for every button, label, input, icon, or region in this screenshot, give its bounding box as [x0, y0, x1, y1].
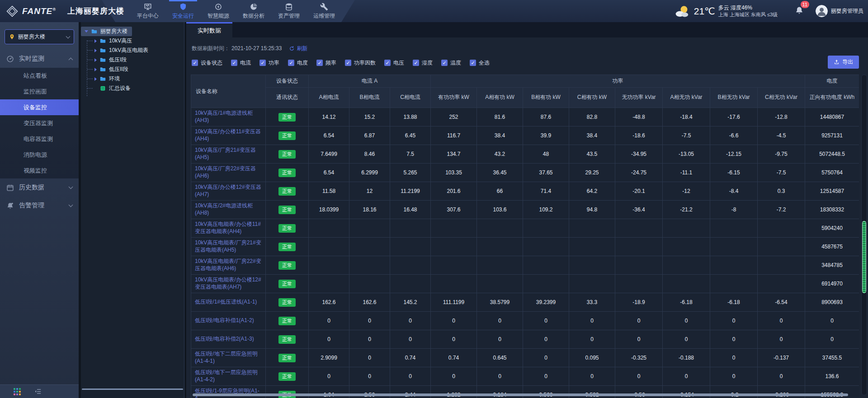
chevron-icon	[69, 185, 73, 189]
tab-realtime-data[interactable]: 实时数据	[186, 22, 232, 37]
checkbox-checked-icon[interactable]: ✓	[231, 60, 237, 66]
apps-grid-icon[interactable]	[14, 388, 21, 395]
tree-expand-arrow[interactable]	[94, 39, 97, 43]
sidebar-item[interactable]: 视频监控	[0, 163, 79, 178]
checkbox-checked-icon[interactable]: ✓	[259, 60, 266, 66]
filter-checkbox[interactable]: ✓ 电流	[231, 59, 251, 67]
vertical-scrollbar-thumb[interactable]	[862, 221, 866, 293]
device-link[interactable]: 低压I段/1-9层应急照明(A1-4-	[195, 388, 259, 398]
checkbox-checked-icon[interactable]: ✓	[384, 60, 391, 66]
device-link[interactable]: 10kV高压/厂房21#变压器(AH5)	[195, 147, 256, 160]
tree-item-label: 汇总设备	[109, 84, 131, 92]
collapse-menu-icon[interactable]	[34, 388, 42, 395]
tree-expand-arrow[interactable]	[94, 58, 97, 62]
sidebar-group: 实时监测 站点看板 监控画面 设备监控	[0, 50, 79, 178]
device-link[interactable]: 10kV高压/厂房22#变压器(AH6)	[195, 165, 256, 179]
value-cell: 7.6499	[309, 145, 349, 164]
checkbox-checked-icon[interactable]: ✓	[345, 60, 351, 66]
device-link[interactable]: 10kV高压电能表/办公楼11#变压器电能表(AH4)	[195, 221, 261, 234]
tree-item[interactable]: 低压II段	[81, 65, 133, 74]
filter-checkbox[interactable]: ✓ 功率	[259, 59, 279, 67]
filter-checkbox[interactable]: ✓ 设备状态	[192, 59, 222, 67]
value-cell: 13.88	[390, 108, 431, 126]
checkbox-checked-icon[interactable]: ✓	[316, 60, 323, 66]
tree-item[interactable]: 丽婴房大楼	[81, 27, 132, 36]
filter-checkbox[interactable]: ✓ 电度	[288, 59, 308, 67]
folder-icon	[99, 38, 106, 44]
notifications-button[interactable]: 11	[795, 5, 804, 17]
tree-scrollbar[interactable]	[82, 389, 183, 390]
chevron-down-icon	[66, 34, 71, 38]
device-link[interactable]: 10kV高压/办公楼11#变压器(AH4)	[195, 128, 261, 142]
device-link[interactable]: 10kV高压电能表/厂房22#变压器电能表(AH6)	[195, 258, 261, 272]
device-link[interactable]: 10kV高压/办公楼12#变压器(AH7)	[195, 184, 261, 197]
sidebar-item-label: 消防电源	[24, 151, 47, 159]
device-link[interactable]: 10kV高压电能表/厂房21#变压器电能表(AH5)	[195, 239, 261, 253]
filter-checkbox[interactable]: ✓ 全选	[470, 59, 490, 67]
site-selector-dropdown[interactable]: 丽婴房大楼	[5, 29, 74, 44]
top-nav-item[interactable]: 数据分析	[241, 0, 266, 22]
column-header: A相电流	[309, 88, 349, 108]
table-row: 低压I段/地下二层应急照明(A1-4-1) 正常 2.9099 0 0.74 0…	[191, 349, 859, 367]
tree-item[interactable]: 10kV高压电能表	[81, 46, 153, 55]
value-cell	[309, 219, 349, 238]
filter-checkbox[interactable]: ✓ 温度	[441, 59, 461, 67]
sidebar-group-header[interactable]: 告警管理	[0, 197, 79, 215]
value-cell: 0	[523, 349, 569, 367]
top-nav-item[interactable]: 运维管理	[312, 0, 336, 22]
device-link[interactable]: 10kV高压电能表/办公楼12#变压器电能表(AH7)	[195, 276, 261, 290]
device-link[interactable]: 低压I段/地下二层应急照明(A1-4-1)	[195, 351, 258, 364]
device-link[interactable]: 低压I段/地下一层应急照明(A1-4-2)	[195, 369, 258, 383]
checkbox-checked-icon[interactable]: ✓	[441, 60, 448, 66]
vertical-scrollbar[interactable]	[861, 75, 867, 395]
sidebar-item[interactable]: 设备监控	[0, 99, 79, 115]
tree-expand-arrow[interactable]	[85, 30, 88, 33]
top-nav-item[interactable]: 平台中心	[136, 0, 160, 22]
checkbox-checked-icon[interactable]: ✓	[192, 60, 198, 66]
value-cell: 103.35	[431, 164, 477, 182]
export-button[interactable]: 导出	[828, 56, 859, 69]
device-status-cell: 正常	[266, 238, 309, 256]
sidebar-item[interactable]: 电容器监测	[0, 131, 79, 147]
top-nav-item[interactable]: 智慧能源	[206, 0, 231, 22]
column-header: 通讯状态	[266, 88, 309, 108]
platform-icon	[144, 3, 152, 11]
device-link[interactable]: 低压I段/电容补偿2(A1-3)	[195, 336, 254, 342]
tree-item[interactable]: 汇总设备	[81, 84, 135, 93]
checkbox-checked-icon[interactable]: ✓	[288, 60, 294, 66]
filter-checkbox[interactable]: ✓ 湿度	[413, 59, 433, 67]
device-status-cell: 正常	[266, 108, 309, 126]
checkbox-checked-icon[interactable]: ✓	[413, 60, 419, 66]
user-menu[interactable]: 丽婴房管理员	[816, 5, 863, 17]
device-link[interactable]: 低压I段/1#低压进线(A1-1)	[195, 299, 257, 305]
horizontal-scrollbar-thumb[interactable]	[193, 393, 848, 396]
sidebar-group-header[interactable]: 历史数据	[0, 178, 79, 197]
device-link[interactable]: 10kV高压/1#电源进线柜(AH3)	[195, 110, 253, 123]
filter-checkbox[interactable]: ✓ 频率	[316, 59, 336, 67]
tree-expand-arrow[interactable]	[94, 68, 97, 71]
value-cell	[758, 275, 805, 293]
device-link[interactable]: 低压I段/电容补偿1(A1-2)	[195, 317, 254, 323]
refresh-button[interactable]: 刷新	[289, 45, 307, 52]
sidebar-item[interactable]: 变压器监测	[0, 115, 79, 131]
sidebar-group-header[interactable]: 实时监测	[0, 50, 79, 68]
sidebar-item[interactable]: 消防电源	[0, 147, 79, 163]
device-name-cell: 低压I段/1#低压进线(A1-1)	[191, 293, 266, 312]
tree-item[interactable]: 低压I段	[81, 55, 131, 65]
filter-checkbox[interactable]: ✓ 电压	[384, 59, 404, 67]
top-nav-item[interactable]: 安全运行	[171, 0, 195, 22]
filter-checkbox[interactable]: ✓ 功率因数	[345, 59, 376, 67]
tree-expand-arrow[interactable]	[94, 77, 97, 81]
tree-item[interactable]: 环境	[81, 74, 124, 84]
top-nav: 平台中心 安全运行 智慧能源 数据分析 资产管理	[136, 0, 336, 22]
top-nav-item[interactable]: 资产管理	[277, 0, 301, 22]
notification-count-badge: 11	[801, 1, 809, 8]
column-header: 正向有功电度 kWh	[805, 88, 859, 108]
value-cell: 136.6	[805, 367, 859, 386]
sidebar-item[interactable]: 站点看板	[0, 68, 79, 84]
tree-item[interactable]: 10kV高压	[81, 36, 137, 46]
checkbox-checked-icon[interactable]: ✓	[470, 60, 476, 66]
tree-expand-arrow[interactable]	[94, 49, 97, 52]
sidebar-item[interactable]: 监控画面	[0, 84, 79, 99]
device-link[interactable]: 10kV高压/2#电源进线柜(AH8)	[195, 202, 253, 216]
